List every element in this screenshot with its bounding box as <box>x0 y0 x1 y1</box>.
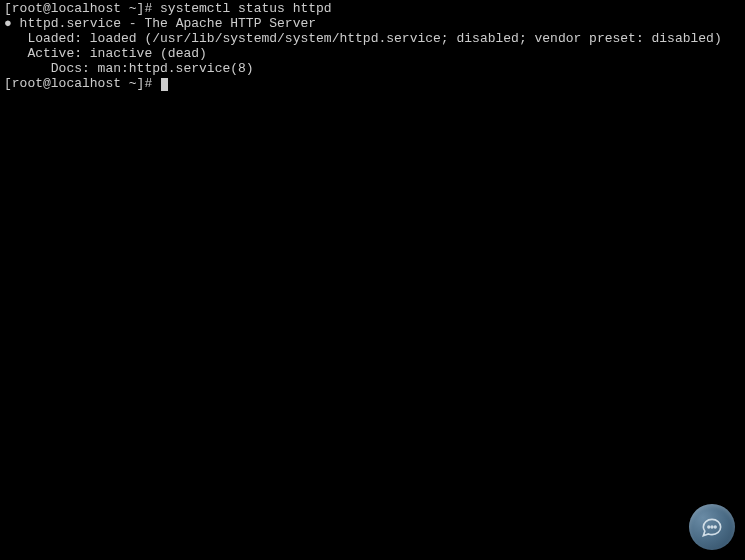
prompt: [root@localhost ~]# <box>4 76 160 91</box>
service-header-line: ● httpd.service - The Apache HTTP Server <box>4 17 741 32</box>
loaded-line: Loaded: loaded (/usr/lib/systemd/system/… <box>4 32 741 47</box>
bullet-icon: ● <box>4 16 20 31</box>
loaded-label: Loaded: <box>27 31 89 46</box>
chat-bubble-icon[interactable] <box>689 504 735 550</box>
docs-label: Docs: <box>51 61 98 76</box>
active-label: Active: <box>27 46 89 61</box>
active-line: Active: inactive (dead) <box>4 47 741 62</box>
docs-line: Docs: man:httpd.service(8) <box>4 62 741 77</box>
svg-point-2 <box>714 526 716 528</box>
cursor-icon <box>161 78 168 91</box>
svg-point-1 <box>711 526 713 528</box>
service-name: httpd.service - The Apache HTTP Server <box>20 16 316 31</box>
svg-point-0 <box>708 526 710 528</box>
command-line-2: [root@localhost ~]# <box>4 77 741 92</box>
command-text: systemctl status httpd <box>160 1 332 16</box>
command-line-1: [root@localhost ~]# systemctl status htt… <box>4 2 741 17</box>
loaded-value: loaded (/usr/lib/systemd/system/httpd.se… <box>90 31 722 46</box>
active-value: inactive (dead) <box>90 46 207 61</box>
docs-value: man:httpd.service(8) <box>98 61 254 76</box>
prompt: [root@localhost ~]# <box>4 1 160 16</box>
terminal[interactable]: [root@localhost ~]# systemctl status htt… <box>4 2 741 92</box>
